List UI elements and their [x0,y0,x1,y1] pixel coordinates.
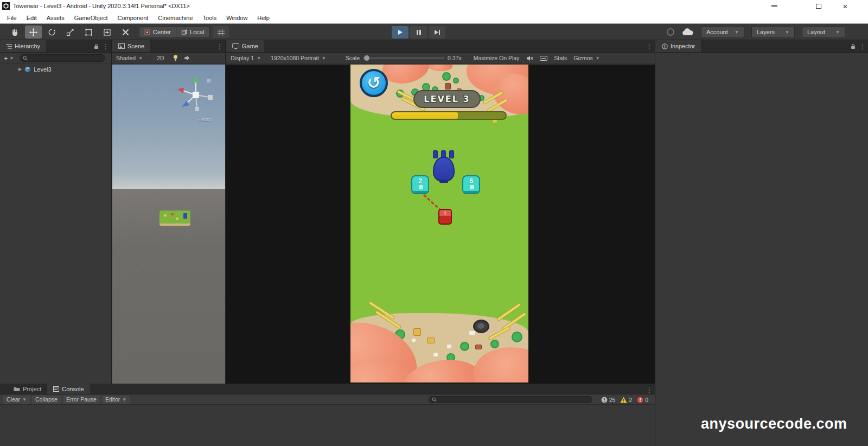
console-collapse-toggle[interactable]: Collapse [32,396,61,404]
menu-file[interactable]: File [2,12,22,23]
menu-assets[interactable]: Assets [42,12,69,23]
display-dropdown[interactable]: Display 1▼ [231,55,261,61]
layers-dropdown[interactable]: Layers▼ [751,26,795,38]
account-dropdown[interactable]: Account▼ [701,26,744,38]
history-circle-icon[interactable] [666,28,675,36]
maximize-icon [816,4,821,9]
console-error-pause-toggle[interactable]: Error Pause [63,396,100,404]
tab-scene[interactable]: Scene [112,40,150,52]
search-icon [432,397,437,402]
panel-menu-icon[interactable]: ⋮ [216,43,223,50]
gizmos-dropdown[interactable]: Gizmos▼ [573,55,600,61]
pause-button[interactable] [410,26,427,39]
bush [460,342,469,351]
panel-menu-icon[interactable]: ⋮ [646,387,653,393]
inspector-panel: Inspector ⋮ [656,40,868,446]
tower-turret [449,150,454,158]
orientation-gizmo[interactable] [175,71,216,119]
editor-label: Editor [105,396,120,403]
layout-dropdown[interactable]: Layout▼ [802,26,845,38]
console-toolbar: Clear▼ Collapse Error Pause Editor▼ 25 2 [0,394,655,405]
pivot-toggle-button[interactable]: Center [139,26,176,38]
hand-tool-button[interactable] [7,26,23,39]
expander-icon[interactable]: ▶ [18,67,22,72]
stats-toggle[interactable]: Stats [554,55,567,61]
create-object-button[interactable]: +▼ [4,54,14,62]
tab-console[interactable]: Console [47,384,90,394]
menu-edit[interactable]: Edit [22,12,42,23]
console-editor-dropdown[interactable]: Editor▼ [102,396,130,404]
scene-lighting-icon[interactable] [173,55,178,61]
aspect-dropdown[interactable]: 1920x1080 Portrait▼ [271,55,326,61]
grid-snap-button[interactable] [213,26,229,38]
scene-icon [118,43,125,49]
error-count-toggle[interactable]: 0 [637,397,648,403]
spawner-box-left[interactable]: 2 [411,175,429,194]
warning-count-toggle[interactable]: 2 [620,397,632,403]
console-counts: 25 2 0 [601,394,648,405]
info-count-toggle[interactable]: 25 [601,397,616,403]
game-screen[interactable]: ↺ LEVEL 3 2 6 [350,65,528,383]
hierarchy-search-input[interactable] [20,54,105,62]
spawner-pip [419,185,423,189]
maximize-on-play-toggle[interactable]: Maximize On Play [474,55,520,61]
restart-level-button[interactable]: ↺ [360,69,388,97]
step-button[interactable] [429,26,445,39]
tab-project[interactable]: Project [8,384,47,394]
menu-gameobject[interactable]: GameObject [69,12,113,23]
vsync-icon[interactable] [540,55,547,61]
title-bar: Towerwar - Level3 - Android - Unity 2020… [0,0,868,12]
search-icon [23,56,28,61]
scale-slider-knob[interactable] [364,55,369,61]
game-tab-label: Game [242,43,258,49]
rect-tool-button[interactable] [80,26,97,39]
console-log-area[interactable] [0,405,655,446]
spawner-count: 6 [463,177,479,185]
tab-hierarchy[interactable]: Hierarchy [0,40,46,52]
panel-menu-icon[interactable]: ⋮ [646,43,653,50]
panel-menu-icon[interactable]: ⋮ [103,43,109,50]
minimize-button[interactable] [765,0,783,12]
perspective-label[interactable]: Persp [198,117,211,122]
console-search-input[interactable] [429,396,592,403]
scene-panel: Scene ⋮ Shaded ▼ 2D Persp [112,40,226,384]
play-button[interactable] [392,26,409,39]
menu-tools[interactable]: Tools [198,12,222,23]
orientation-toggle-button[interactable]: Local [176,26,209,38]
lock-icon[interactable] [851,43,856,49]
2d-toggle-button[interactable]: 2D [157,55,164,61]
bush [512,332,522,342]
menu-cinemachine[interactable]: Cinemachine [153,12,197,23]
gizmos-label: Gizmos [573,55,593,61]
inspector-tab-bar: Inspector ⋮ [656,40,868,53]
maximize-button[interactable] [809,0,828,12]
transform-tool-button[interactable] [99,26,116,39]
lock-icon[interactable] [94,43,99,49]
chevron-down-icon: ▼ [596,56,600,61]
scene-tab-bar: Scene ⋮ [112,40,225,53]
scale-slider[interactable] [363,58,444,59]
tower-turret [433,150,438,158]
tab-game[interactable]: Game [226,40,264,52]
hierarchy-item-level3[interactable]: ▶ Level3 [0,65,111,74]
console-clear-button[interactable]: Clear▼ [3,396,30,404]
tab-inspector[interactable]: Inspector [656,40,701,52]
panel-menu-icon[interactable]: ⋮ [859,43,866,50]
console-panel: Project Console ⋮ Clear▼ Collapse Error … [0,384,655,446]
shading-mode-dropdown[interactable]: Shaded ▼ [116,55,143,61]
spawner-count: 2 [412,177,428,185]
rotate-tool-button[interactable] [43,26,60,39]
menu-help[interactable]: Help [252,12,275,23]
mute-audio-icon[interactable] [527,55,533,61]
menu-component[interactable]: Component [112,12,153,23]
scale-tool-button[interactable] [62,26,79,39]
scene-viewport[interactable]: Persp [112,65,225,384]
spawner-box-right[interactable]: 6 [462,175,480,194]
scene-audio-icon[interactable] [184,55,190,61]
close-button[interactable]: × [836,0,854,12]
move-tool-button[interactable] [25,26,42,39]
cloud-collab-icon[interactable] [682,28,694,36]
menu-window[interactable]: Window [221,12,252,23]
transform-tools [7,26,134,39]
custom-tool-button[interactable] [117,26,134,39]
